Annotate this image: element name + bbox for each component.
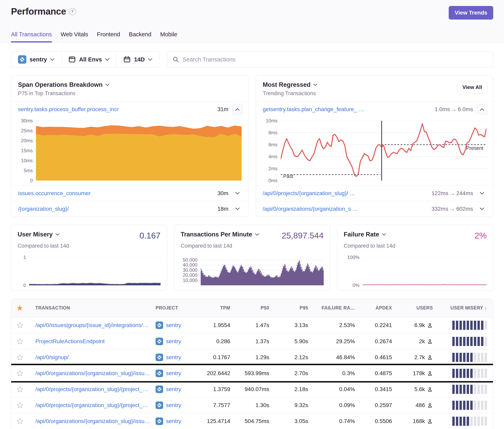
calendar-icon [123, 56, 131, 63]
expand-button[interactable] [232, 203, 243, 214]
transaction-link[interactable]: /api/0/projects/{organization_slug}/{pro… [28, 386, 155, 393]
search-transactions-box [167, 52, 493, 67]
apdex-cell: 0.2597 [360, 402, 397, 408]
tab-web-vitals[interactable]: Web Vitals [61, 31, 88, 43]
column-header-user-misery[interactable]: USER MISERY ↓ [438, 305, 493, 311]
user-misery-card: User Misery 0.167 Compared to last 14d 1… [11, 225, 167, 291]
p50-cell: 940.07ms [235, 386, 274, 393]
project-filter[interactable]: sentry [11, 52, 61, 67]
p95-cell: 2.70s [274, 370, 313, 376]
table-row[interactable]: /api/0/organizations/{organization_slug}… [11, 365, 493, 381]
search-input[interactable] [183, 56, 488, 63]
transaction-link[interactable]: ProjectRuleActionsEndpoint [28, 338, 155, 345]
tab-all-transactions[interactable]: All Transactions [11, 31, 52, 43]
most-regressed-title[interactable]: Most Regressed [263, 81, 317, 88]
collapse-button[interactable] [232, 104, 243, 115]
tab-backend[interactable]: Backend [129, 31, 151, 43]
expand-button[interactable] [477, 188, 487, 199]
project-link[interactable]: sentry [155, 385, 198, 393]
p95-cell: 5.90s [274, 338, 313, 345]
tpm-card-title[interactable]: Transactions Per Minute [181, 231, 259, 238]
project-link[interactable]: sentry [155, 369, 198, 377]
users-cell: 486 [397, 402, 438, 408]
span-operations-subtitle: P75 in Top Transactions [18, 90, 242, 96]
column-header-apdex[interactable]: APDEX [360, 305, 397, 311]
failure-rate-cell: 29.25% [313, 338, 360, 345]
table-row[interactable]: /api/0/organizations/{organization_slug}… [11, 413, 493, 429]
user-misery-subtitle: Compared to last 14d [18, 243, 161, 249]
transaction-link[interactable]: /api/0/projects/{organization_slug}/{pro… [28, 402, 155, 408]
span-op-duration: 30m [217, 190, 228, 197]
arrow-right-icon: → [450, 106, 458, 112]
apdex-cell: 0.3415 [360, 386, 397, 393]
table-row[interactable]: /api/0/projects/{organization_slug}/{pro… [11, 397, 493, 413]
column-header-tpm[interactable]: TPM [198, 305, 235, 311]
user-icon [427, 322, 433, 328]
regressed-transaction-link[interactable]: /api/0/organizations/{organization_s … [263, 206, 428, 212]
failure-rate-cell: 2.53% [313, 322, 360, 328]
span-operations-title[interactable]: Span Operations Breakdown [18, 81, 109, 88]
apdex-cell: 0.2674 [360, 338, 397, 345]
project-link[interactable]: sentry [155, 338, 198, 345]
user-misery-card-title[interactable]: User Misery [18, 231, 60, 238]
expand-button[interactable] [477, 203, 487, 214]
python-project-icon [155, 322, 163, 329]
tab-mobile[interactable]: Mobile [160, 31, 177, 43]
column-header-p50[interactable]: P50 [235, 305, 274, 311]
tab-frontend[interactable]: Frontend [97, 31, 120, 43]
table-row[interactable]: /api/0/issues|groups/{issue_id}/integrat… [11, 317, 493, 333]
table-row[interactable]: ProjectRuleActionsEndpoint sentry 0.286 … [11, 333, 493, 349]
project-filter-label: sentry [29, 56, 47, 63]
favorite-star-icon[interactable] [11, 322, 28, 329]
project-link[interactable]: sentry [155, 402, 198, 409]
project-link[interactable]: sentry [155, 417, 198, 425]
view-trends-button[interactable]: View Trends [449, 6, 493, 19]
p50-cell: 593.99ms [235, 370, 274, 376]
column-header-transaction[interactable]: TRANSACTION [28, 305, 155, 311]
span-operations-panel: Span Operations Breakdown P75 in Top Tra… [11, 75, 249, 217]
user-icon [427, 402, 433, 408]
svg-text:Past: Past [283, 173, 293, 179]
transaction-link[interactable]: /api/0/organizations/{organization_slug}… [28, 418, 155, 424]
tpm-cell: 0.286 [198, 338, 235, 345]
transaction-link[interactable]: /api/0/signup/ [28, 354, 155, 360]
column-header-p95[interactable]: P95 [274, 305, 313, 311]
table-row[interactable]: /api/0/projects/{organization_slug}/{pro… [11, 381, 493, 397]
favorite-star-icon[interactable] [11, 370, 28, 377]
span-op-link[interactable]: sentry.tasks.process_buffer.process_incr [18, 106, 214, 113]
column-header-failure-rate[interactable]: FAILURE RA… [313, 305, 360, 311]
user-misery-bar [452, 385, 487, 394]
column-header-users[interactable]: USERS [397, 305, 438, 311]
project-link[interactable]: sentry [155, 322, 198, 329]
help-icon[interactable]: ? [69, 8, 76, 15]
expand-button[interactable] [232, 188, 243, 199]
project-link[interactable]: sentry [155, 354, 198, 361]
failure-rate-card-title[interactable]: Failure Rate [344, 231, 386, 238]
column-header-project[interactable]: PROJECT [155, 305, 198, 311]
apdex-cell: 0.4615 [360, 354, 397, 360]
environment-filter[interactable]: All Envs [61, 52, 116, 67]
tpm-cell: 1.3759 [198, 386, 235, 393]
transaction-link[interactable]: /api/0/issues|groups/{issue_id}/integrat… [28, 322, 155, 328]
collapse-button[interactable] [477, 104, 487, 115]
environment-filter-label: All Envs [79, 56, 102, 63]
favorite-star-icon[interactable] [11, 402, 28, 409]
failure-rate-cell: 0.3% [313, 370, 360, 376]
user-misery-bar [452, 321, 487, 330]
span-op-link[interactable]: issues.occurrence_consumer [18, 190, 214, 197]
favorite-star-icon[interactable] [11, 338, 28, 345]
regressed-transaction-link[interactable]: getsentry.tasks.plan_change_feature_ … [263, 106, 431, 113]
date-range-filter[interactable]: 14D [116, 52, 159, 67]
transaction-link[interactable]: /api/0/organizations/{organization_slug}… [28, 370, 155, 376]
view-all-button[interactable]: View All [457, 81, 487, 93]
python-project-icon [18, 55, 26, 64]
favorites-column-star-icon[interactable] [11, 305, 28, 311]
favorite-star-icon[interactable] [11, 386, 28, 393]
favorite-star-icon[interactable] [11, 418, 28, 425]
arrow-right-icon: → [448, 206, 456, 212]
favorite-star-icon[interactable] [11, 354, 28, 361]
failure-rate-cell: 0.04% [313, 386, 360, 393]
regressed-transaction-link[interactable]: /api/0/projects/{organization_slug}/ … [263, 190, 428, 197]
table-row[interactable]: /api/0/signup/ sentry 0.1767 1.29s 2.12s… [11, 349, 493, 365]
span-op-link[interactable]: /{organization_slug}/ [18, 206, 214, 212]
